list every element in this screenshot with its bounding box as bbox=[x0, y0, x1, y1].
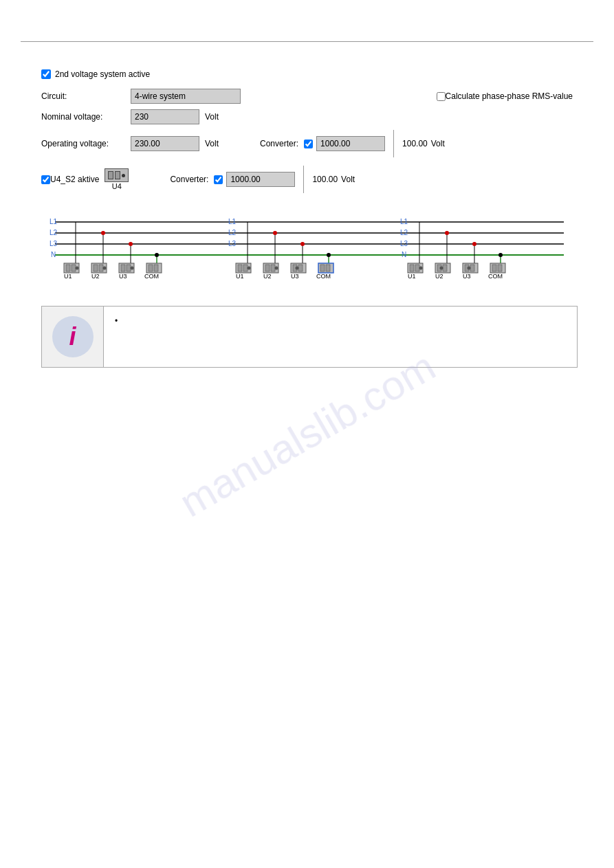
converter1-input[interactable] bbox=[316, 136, 385, 151]
converter2-secondary: 100.00 bbox=[312, 175, 338, 184]
svg-rect-91 bbox=[498, 265, 502, 271]
svg-text:COM: COM bbox=[144, 273, 159, 280]
svg-point-13 bbox=[101, 231, 105, 235]
svg-rect-27 bbox=[127, 265, 131, 271]
svg-text:U3: U3 bbox=[119, 273, 127, 280]
calculate-phase-area: Calculate phase-phase RMS-value bbox=[437, 91, 573, 101]
converter1-label: Converter: bbox=[260, 139, 298, 148]
operating-voltage-input[interactable] bbox=[131, 136, 199, 151]
svg-point-18 bbox=[76, 267, 79, 270]
svg-rect-17 bbox=[72, 265, 76, 271]
svg-rect-21 bbox=[94, 265, 98, 271]
nominal-voltage-row: Nominal voltage: Volt bbox=[41, 109, 573, 124]
svg-point-12 bbox=[155, 253, 159, 257]
u4-icon bbox=[105, 168, 129, 182]
u4-s2-label: U4_S2 aktive bbox=[50, 175, 99, 184]
u4-icon-label: U4 bbox=[112, 182, 122, 190]
circuit-row: Circuit: Calculate phase-phase RMS-value bbox=[41, 89, 573, 104]
svg-text:U1: U1 bbox=[236, 273, 244, 280]
svg-point-41 bbox=[327, 253, 331, 257]
svg-point-77 bbox=[419, 267, 423, 270]
wiring-diagram: L1 L2 L3 N U1 bbox=[41, 203, 578, 292]
converter1-checkbox[interactable] bbox=[304, 140, 313, 148]
svg-text:L3: L3 bbox=[50, 240, 58, 247]
info-icon-area: i bbox=[42, 307, 104, 367]
svg-point-42 bbox=[273, 231, 277, 235]
svg-point-82 bbox=[440, 267, 443, 270]
svg-text:N: N bbox=[51, 251, 56, 258]
svg-point-72 bbox=[445, 231, 449, 235]
converter2-label: Converter: bbox=[170, 175, 208, 184]
nominal-voltage-input[interactable] bbox=[131, 109, 199, 124]
svg-point-23 bbox=[103, 267, 107, 270]
svg-rect-60 bbox=[320, 265, 325, 271]
svg-text:U1: U1 bbox=[408, 273, 416, 280]
svg-text:L1: L1 bbox=[228, 218, 237, 225]
svg-point-71 bbox=[498, 253, 503, 257]
info-content: • bbox=[104, 307, 129, 367]
svg-text:U2: U2 bbox=[435, 273, 443, 280]
svg-rect-46 bbox=[243, 265, 248, 271]
diagram-svg: L1 L2 L3 N U1 bbox=[41, 203, 578, 292]
converter2-input[interactable] bbox=[226, 172, 295, 187]
u4-s2-checkbox[interactable] bbox=[41, 175, 50, 184]
info-bullet: • bbox=[115, 316, 118, 326]
svg-point-52 bbox=[275, 267, 278, 270]
u4-icon-dot bbox=[122, 174, 125, 177]
circuit-input[interactable] bbox=[131, 89, 241, 104]
converter1-secondary: 100.00 bbox=[402, 139, 428, 148]
converter1-area: Converter: 100.00 Volt bbox=[260, 130, 445, 157]
voltage-system-checkbox[interactable] bbox=[41, 69, 51, 79]
info-icon: i bbox=[52, 316, 94, 357]
svg-rect-61 bbox=[326, 265, 330, 271]
svg-point-47 bbox=[248, 267, 251, 270]
svg-text:L2: L2 bbox=[400, 229, 408, 236]
converter2-vline bbox=[303, 166, 304, 193]
nominal-voltage-label: Nominal voltage: bbox=[41, 112, 131, 122]
u4-icon-cell2 bbox=[115, 171, 120, 179]
svg-rect-56 bbox=[298, 265, 303, 271]
svg-point-73 bbox=[472, 242, 476, 246]
svg-rect-45 bbox=[238, 265, 242, 271]
converter2-unit: Volt bbox=[341, 175, 355, 184]
calculate-phase-label: Calculate phase-phase RMS-value bbox=[446, 91, 573, 101]
converter2-checkbox[interactable] bbox=[214, 175, 223, 184]
nominal-voltage-unit: Volt bbox=[205, 112, 219, 122]
svg-point-14 bbox=[129, 242, 133, 246]
svg-text:L3: L3 bbox=[228, 240, 237, 247]
operating-voltage-label: Operating voltage: bbox=[41, 139, 131, 148]
svg-text:U2: U2 bbox=[91, 273, 100, 280]
svg-text:L2: L2 bbox=[228, 229, 237, 236]
svg-text:U3: U3 bbox=[291, 273, 299, 280]
svg-rect-22 bbox=[99, 265, 103, 271]
converter1-vline bbox=[393, 130, 394, 157]
main-content: 2nd voltage system active Circuit: Calcu… bbox=[0, 56, 614, 375]
circuit-label: Circuit: bbox=[41, 91, 131, 101]
svg-text:L1: L1 bbox=[400, 218, 408, 225]
svg-text:U3: U3 bbox=[463, 273, 471, 280]
svg-text:COM: COM bbox=[488, 273, 503, 280]
svg-text:N: N bbox=[402, 251, 406, 258]
calculate-phase-checkbox[interactable] bbox=[437, 92, 446, 101]
svg-rect-26 bbox=[121, 265, 125, 271]
svg-rect-50 bbox=[265, 265, 270, 271]
svg-text:L3: L3 bbox=[400, 240, 408, 247]
svg-text:L2: L2 bbox=[50, 229, 58, 236]
voltage-system-label: 2nd voltage system active bbox=[55, 69, 150, 79]
svg-rect-31 bbox=[149, 265, 153, 271]
u4-row: U4_S2 aktive U4 Converter: 100.00 Volt bbox=[41, 166, 573, 193]
u4-icon-cell1 bbox=[108, 171, 113, 179]
svg-rect-76 bbox=[415, 265, 419, 271]
svg-text:L1: L1 bbox=[50, 218, 58, 225]
converter2-area: Converter: 100.00 Volt bbox=[170, 166, 355, 193]
svg-point-43 bbox=[300, 242, 305, 246]
voltage-system-row: 2nd voltage system active bbox=[41, 69, 573, 79]
svg-text:COM: COM bbox=[316, 273, 331, 280]
svg-text:U1: U1 bbox=[64, 273, 72, 280]
svg-rect-51 bbox=[271, 265, 275, 271]
svg-rect-90 bbox=[492, 265, 496, 271]
svg-rect-81 bbox=[443, 265, 447, 271]
svg-point-87 bbox=[468, 267, 471, 270]
svg-rect-32 bbox=[154, 265, 158, 271]
top-rule bbox=[21, 41, 593, 42]
